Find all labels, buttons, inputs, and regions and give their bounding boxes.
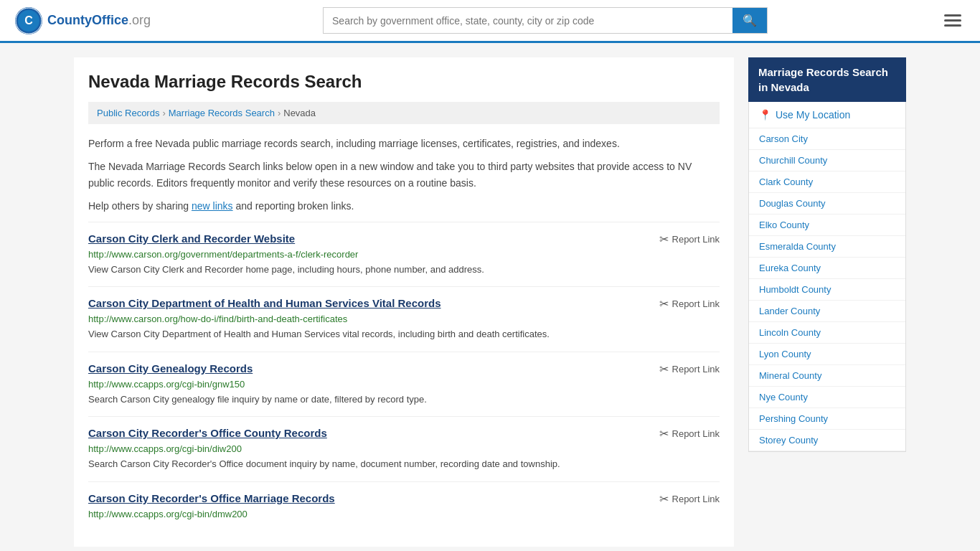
sidebar-county-item[interactable]: Lander County xyxy=(749,301,905,322)
scissors-icon: ✂ xyxy=(659,297,669,311)
record-url: http://www.ccapps.org/cgi-bin/dmw200 xyxy=(88,509,720,519)
record-description: Search Carson City genealogy file inquir… xyxy=(88,392,720,407)
hamburger-icon xyxy=(944,14,961,27)
sidebar-county-item[interactable]: Eureka County xyxy=(749,258,905,279)
sidebar-county-item[interactable]: Lincoln County xyxy=(749,322,905,344)
report-link-button[interactable]: ✂ Report Link xyxy=(659,232,720,246)
sidebar-county-item[interactable]: Carson City xyxy=(749,128,905,150)
record-item: Carson City Recorder's Office Marriage R… xyxy=(88,481,720,532)
report-link-button[interactable]: ✂ Report Link xyxy=(659,492,720,506)
record-item: Carson City Genealogy Records ✂ Report L… xyxy=(88,352,720,417)
record-url: http://www.ccapps.org/cgi-bin/gnw150 xyxy=(88,379,720,390)
record-title[interactable]: Carson City Recorder's Office County Rec… xyxy=(88,427,327,439)
county-list: Carson CityChurchill CountyClark CountyD… xyxy=(749,128,905,451)
sidebar-title: Marriage Records Search in Nevada xyxy=(748,57,906,102)
sidebar-county-item[interactable]: Elko County xyxy=(749,215,905,236)
svg-text:C: C xyxy=(24,14,33,27)
records-list: Carson City Clerk and Recorder Website ✂… xyxy=(88,222,720,532)
sidebar-content: 📍 Use My Location Carson CityChurchill C… xyxy=(748,102,906,452)
logo-area: C CountyOffice.org xyxy=(14,6,151,35)
breadcrumb-marriage-records[interactable]: Marriage Records Search xyxy=(169,108,275,118)
report-link-button[interactable]: ✂ Report Link xyxy=(659,427,720,441)
search-button[interactable]: 🔍 xyxy=(732,8,767,33)
sidebar-county-item[interactable]: Lyon County xyxy=(749,344,905,365)
record-item: Carson City Department of Health and Hum… xyxy=(88,286,720,352)
sidebar-county-item[interactable]: Churchill County xyxy=(749,150,905,171)
record-description: Search Carson City Recorder's Office doc… xyxy=(88,457,720,471)
search-input[interactable] xyxy=(324,9,732,32)
sidebar-county-item[interactable]: Clark County xyxy=(749,171,905,193)
use-my-location[interactable]: 📍 Use My Location xyxy=(749,102,905,128)
description-2: The Nevada Marriage Records Search links… xyxy=(88,159,720,191)
logo-text: CountyOffice.org xyxy=(47,13,151,28)
scissors-icon: ✂ xyxy=(659,427,669,441)
breadcrumb: Public Records › Marriage Records Search… xyxy=(88,102,720,124)
record-url: http://www.carson.org/government/departm… xyxy=(88,249,720,260)
search-area: 🔍 xyxy=(323,7,768,34)
sidebar-county-item[interactable]: Nye County xyxy=(749,387,905,408)
record-title[interactable]: Carson City Department of Health and Hum… xyxy=(88,297,441,309)
sidebar-county-item[interactable]: Storey County xyxy=(749,430,905,451)
description-3: Help others by sharing new links and rep… xyxy=(88,198,720,214)
record-title[interactable]: Carson City Recorder's Office Marriage R… xyxy=(88,492,335,504)
location-pin-icon: 📍 xyxy=(759,109,771,121)
header: C CountyOffice.org 🔍 xyxy=(0,0,980,43)
page-title: Nevada Marriage Records Search xyxy=(88,72,720,92)
record-title[interactable]: Carson City Genealogy Records xyxy=(88,362,253,375)
sidebar-county-item[interactable]: Pershing County xyxy=(749,408,905,430)
report-link-button[interactable]: ✂ Report Link xyxy=(659,297,720,311)
record-url: http://www.ccapps.org/cgi-bin/diw200 xyxy=(88,443,720,454)
new-links-link[interactable]: new links xyxy=(192,200,233,212)
sidebar-county-item[interactable]: Mineral County xyxy=(749,365,905,387)
description-1: Perform a free Nevada public marriage re… xyxy=(88,136,720,151)
logo-icon: C xyxy=(14,6,43,35)
record-url: http://www.carson.org/how-do-i/find/birt… xyxy=(88,314,720,324)
breadcrumb-current: Nevada xyxy=(283,108,316,118)
content-area: Nevada Marriage Records Search Public Re… xyxy=(74,57,734,547)
hamburger-menu-button[interactable] xyxy=(940,10,966,31)
sidebar-county-item[interactable]: Humboldt County xyxy=(749,279,905,301)
search-icon: 🔍 xyxy=(743,14,757,27)
breadcrumb-public-records[interactable]: Public Records xyxy=(97,108,159,118)
sidebar: Marriage Records Search in Nevada 📍 Use … xyxy=(748,57,906,547)
record-item: Carson City Recorder's Office County Rec… xyxy=(88,416,720,481)
scissors-icon: ✂ xyxy=(659,362,669,376)
record-item: Carson City Clerk and Recorder Website ✂… xyxy=(88,222,720,287)
description-area: Perform a free Nevada public marriage re… xyxy=(88,136,720,215)
sidebar-county-item[interactable]: Esmeralda County xyxy=(749,236,905,258)
record-description: View Carson City Clerk and Recorder home… xyxy=(88,263,720,277)
report-link-button[interactable]: ✂ Report Link xyxy=(659,362,720,376)
record-title[interactable]: Carson City Clerk and Recorder Website xyxy=(88,232,295,245)
sidebar-county-item[interactable]: Douglas County xyxy=(749,193,905,215)
record-description: View Carson City Department of Health an… xyxy=(88,327,720,342)
scissors-icon: ✂ xyxy=(659,492,669,506)
scissors-icon: ✂ xyxy=(659,232,669,246)
main-container: Nevada Marriage Records Search Public Re… xyxy=(60,43,920,551)
